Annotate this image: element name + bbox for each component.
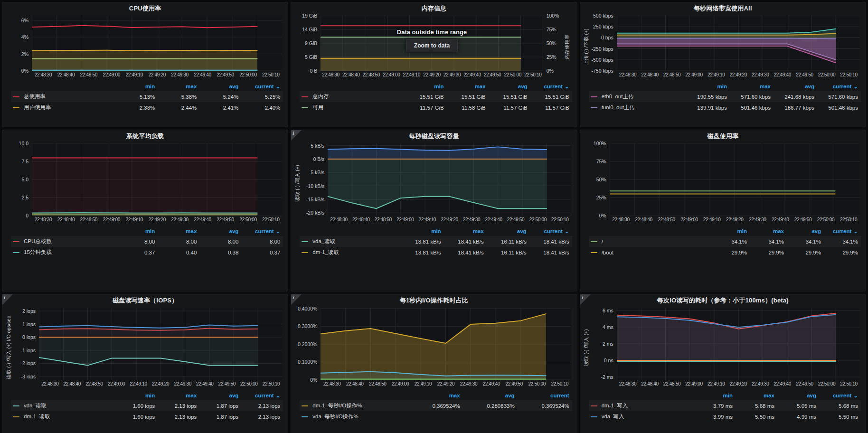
- series-toggle[interactable]: 15分钟负载: [11, 249, 116, 256]
- legend-column-avg[interactable]: avg: [463, 393, 518, 398]
- plot-area[interactable]: Data outside time range Zoom to data: [321, 16, 543, 71]
- legend-column-max[interactable]: max: [408, 393, 463, 398]
- panel-info-icon[interactable]: [580, 294, 591, 305]
- legend-column-avg[interactable]: avg: [787, 228, 824, 234]
- series-color-dash-icon: [13, 241, 19, 242]
- series-toggle[interactable]: vda_写入: [589, 413, 694, 420]
- legend-column-min[interactable]: min: [116, 393, 158, 398]
- legend-column-max[interactable]: max: [736, 393, 777, 398]
- plot-area[interactable]: [321, 308, 571, 380]
- legend-column-min[interactable]: min: [405, 84, 447, 89]
- legend-column-current[interactable]: current: [819, 392, 861, 399]
- panel-title[interactable]: 磁盘使用率: [707, 132, 738, 141]
- panel-title[interactable]: 每秒网络带宽使用All: [694, 4, 752, 13]
- panel-title[interactable]: 内存信息: [422, 4, 447, 13]
- series-toggle[interactable]: dm-1_读取: [11, 413, 116, 420]
- legend-column-current[interactable]: current: [241, 228, 283, 235]
- series-toggle[interactable]: CPU总核数: [11, 238, 116, 245]
- y-tick-label: 75%: [596, 159, 606, 164]
- series-toggle[interactable]: eth0_out上传: [589, 93, 686, 100]
- panel-info-icon[interactable]: [2, 294, 13, 305]
- legend-column-avg[interactable]: avg: [774, 84, 817, 89]
- plot-area[interactable]: [610, 143, 860, 216]
- panel-info-icon[interactable]: [291, 130, 302, 141]
- legend-column-min[interactable]: min: [713, 228, 750, 234]
- chart-canvas[interactable]: [321, 308, 571, 380]
- legend-column-current[interactable]: current: [518, 393, 572, 398]
- y-tick-label: 0 bps: [601, 35, 613, 40]
- legend-column-current[interactable]: current: [824, 228, 861, 235]
- plot-area[interactable]: [32, 143, 282, 216]
- chart-canvas[interactable]: [617, 16, 860, 71]
- chart-canvas[interactable]: [32, 16, 282, 71]
- legend-column-max[interactable]: max: [730, 84, 774, 89]
- legend-column-avg[interactable]: avg: [489, 84, 530, 89]
- series-toggle[interactable]: dm-1_读取: [300, 249, 401, 256]
- legend-column-current[interactable]: current: [530, 83, 572, 90]
- legend-column-max[interactable]: max: [444, 228, 487, 234]
- plot-area[interactable]: [328, 143, 571, 216]
- legend-column-max[interactable]: max: [158, 393, 199, 398]
- legend-value: 3.99 ms: [694, 414, 736, 420]
- panel-title[interactable]: 每1秒内I/O操作耗时占比: [400, 296, 468, 305]
- series-toggle[interactable]: /boot: [589, 250, 713, 255]
- zoom-to-data-button[interactable]: Zoom to data: [406, 39, 458, 52]
- legend-column-avg[interactable]: avg: [199, 393, 241, 398]
- legend-column-current[interactable]: current: [241, 83, 283, 90]
- panel-title[interactable]: 磁盘读写速率（IOPS）: [113, 296, 178, 305]
- legend-column-min[interactable]: min: [116, 228, 158, 234]
- legend-column-current[interactable]: current: [241, 392, 283, 399]
- panel-title[interactable]: 每次IO读写的耗时（参考：小于100ms）(beta): [657, 296, 789, 305]
- series-toggle[interactable]: 总内存: [300, 93, 405, 100]
- series-toggle[interactable]: dm-1_写入: [589, 402, 694, 409]
- x-tick-label: 22:49:30: [169, 72, 191, 78]
- series-toggle[interactable]: dm-1_每秒I/O操作%: [300, 402, 408, 409]
- series-toggle[interactable]: vda_每秒I/O操作%: [300, 413, 408, 420]
- legend-value: 0.37: [241, 250, 283, 255]
- legend-column-current[interactable]: current: [817, 83, 861, 90]
- panel-title[interactable]: 每秒磁盘读写容量: [409, 132, 459, 141]
- legend-column-current[interactable]: current: [529, 228, 572, 235]
- legend-rows: eth0_out上传190.55 kbps571.60 kbps241.68 k…: [589, 91, 861, 113]
- legend-column-min[interactable]: min: [401, 228, 444, 234]
- legend-column-avg[interactable]: avg: [487, 228, 529, 234]
- chart-canvas[interactable]: [610, 143, 860, 216]
- legend-column-avg[interactable]: avg: [199, 228, 241, 234]
- series-toggle[interactable]: 用户使用率: [11, 104, 116, 111]
- plot-area[interactable]: [39, 308, 282, 380]
- x-tick-label: 22:49:10: [705, 72, 727, 78]
- legend-column-min[interactable]: min: [686, 84, 730, 89]
- legend-column-max[interactable]: max: [447, 84, 489, 89]
- series-toggle[interactable]: 可用: [300, 104, 405, 111]
- x-tick-label: 22:49:20: [422, 72, 442, 78]
- chart-canvas[interactable]: [328, 143, 571, 216]
- x-tick-label: 22:49:20: [150, 381, 172, 387]
- legend-column-max[interactable]: max: [158, 228, 199, 234]
- series-toggle[interactable]: tunl0_out上传: [589, 104, 686, 111]
- legend-value: 2.13 iops: [158, 414, 199, 420]
- legend-value: 34.1%: [787, 239, 824, 245]
- x-tick-label: 22:49:50: [792, 217, 814, 223]
- legend-column-max[interactable]: max: [158, 84, 199, 89]
- series-toggle[interactable]: vda_读取: [11, 402, 116, 409]
- chart-canvas[interactable]: [39, 308, 282, 380]
- series-toggle[interactable]: vda_读取: [300, 238, 401, 245]
- panel-title[interactable]: 系统平均负载: [126, 132, 164, 141]
- legend-column-avg[interactable]: avg: [777, 393, 819, 398]
- panel-title[interactable]: CPU使用率: [129, 4, 161, 13]
- legend-column-min[interactable]: min: [694, 393, 736, 398]
- plot-area[interactable]: [32, 16, 282, 71]
- chart-canvas[interactable]: [617, 308, 860, 380]
- chart-canvas[interactable]: [32, 143, 282, 216]
- series-color-dash-icon: [591, 241, 597, 242]
- legend-column-min[interactable]: min: [116, 84, 158, 89]
- legend-column-avg[interactable]: avg: [199, 84, 241, 89]
- series-toggle[interactable]: /: [589, 239, 713, 245]
- plot-area[interactable]: [617, 308, 860, 380]
- plot-area[interactable]: [617, 16, 860, 71]
- legend-value: 2.13 iops: [158, 403, 199, 409]
- legend-column-max[interactable]: max: [750, 228, 787, 234]
- panel-info-icon[interactable]: [291, 294, 302, 305]
- x-axis-labels: 22:48:3022:48:4022:48:5022:49:0022:49:10…: [321, 71, 543, 78]
- series-toggle[interactable]: 总使用率: [11, 93, 116, 100]
